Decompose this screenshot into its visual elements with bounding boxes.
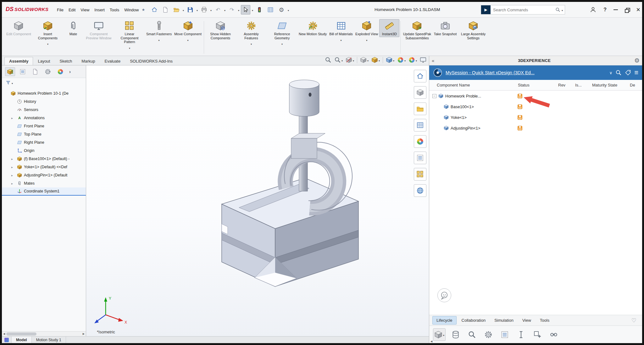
menu-tools[interactable]: Tools <box>108 6 121 14</box>
print-dropdown-icon[interactable] <box>210 7 212 13</box>
tree-item-coordinate-system1[interactable]: Coordinate System1 <box>2 187 86 196</box>
search-dropdown-icon[interactable] <box>562 7 563 13</box>
tree-item-adjustingpin[interactable]: AdjustingPin<1> (Default <box>2 171 86 179</box>
tab-markup[interactable]: Markup <box>77 57 100 65</box>
menu-view[interactable]: View <box>78 6 92 14</box>
tab-lifecycle[interactable]: Lifecycle <box>432 316 457 325</box>
tree-item-right-plane[interactable]: Right Plane <box>2 138 86 147</box>
displaymanager-tab[interactable] <box>55 67 65 76</box>
comments-chat-button[interactable] <box>437 288 451 302</box>
hamburger-menu-icon[interactable] <box>634 69 638 77</box>
expand-arrow-icon[interactable] <box>11 165 13 169</box>
configuration-icon[interactable] <box>4 338 9 342</box>
design-library-button[interactable] <box>414 86 426 99</box>
select-dropdown-icon[interactable] <box>252 7 253 13</box>
tree-item-base100[interactable]: (f) Base100<1> (Default) - <box>2 155 86 163</box>
featuremanager-tree-tab[interactable] <box>5 67 15 76</box>
open-dropdown-icon[interactable] <box>183 7 184 13</box>
menu-file[interactable]: File <box>55 6 66 14</box>
tab-view[interactable]: View <box>519 316 535 324</box>
save-dropdown-icon[interactable] <box>197 7 198 13</box>
session-dropdown-icon[interactable] <box>609 70 613 75</box>
move-component-button[interactable]: Move Component <box>173 19 203 43</box>
options-button[interactable] <box>277 5 286 14</box>
3dexperience-compass-icon[interactable] <box>433 68 442 77</box>
database-status-button[interactable] <box>449 328 462 341</box>
assembly-3d-model[interactable] <box>86 65 429 336</box>
filter-funnel-icon[interactable] <box>6 80 11 85</box>
view-orientation-dropdown-icon[interactable] <box>393 57 394 63</box>
display-style-button[interactable] <box>360 57 369 63</box>
display-style-dropdown-icon[interactable] <box>367 57 369 63</box>
tab-tools[interactable]: Tools <box>536 316 553 324</box>
tree-item-sensors[interactable]: Sensors <box>2 106 86 114</box>
panel-settings-icon[interactable] <box>634 57 640 64</box>
restore-button[interactable] <box>625 8 629 12</box>
tab-model[interactable]: Model <box>11 337 32 343</box>
insert-components-dropdown-icon[interactable] <box>47 41 48 46</box>
3dexperience-marketplace-button[interactable] <box>414 184 426 197</box>
tag-icon[interactable] <box>625 70 631 76</box>
home-tab-button[interactable] <box>414 70 426 82</box>
zoom-dropdown-icon[interactable] <box>341 57 343 63</box>
save-button[interactable] <box>186 5 195 14</box>
options-dropdown-icon[interactable] <box>288 7 289 13</box>
column-component-name[interactable]: Component Name <box>429 83 515 87</box>
structure-list-button[interactable] <box>498 328 511 341</box>
menu-edit[interactable]: Edit <box>66 6 78 14</box>
link-components-button[interactable] <box>547 328 560 341</box>
forum-button[interactable] <box>414 168 426 181</box>
linear-component-pattern-button[interactable]: Linear Component Pattern <box>114 19 145 51</box>
collapse-panel-icon[interactable] <box>432 58 434 63</box>
dimxpertmanager-tab[interactable] <box>43 67 53 76</box>
close-button[interactable] <box>636 6 640 14</box>
large-assembly-settings-button[interactable]: Large Assembly Settings <box>458 19 489 41</box>
scroll-left-icon[interactable] <box>3 332 5 335</box>
apply-scene-button[interactable] <box>408 57 417 63</box>
table-row-assembly[interactable]: Homework Proble... <box>429 91 642 101</box>
bom-dropdown-icon[interactable] <box>341 37 342 42</box>
bill-of-materials-button[interactable]: Bill of Materials <box>328 19 354 43</box>
tree-item-assembly-root[interactable]: Homework Problem 10-1 (De <box>2 89 86 97</box>
column-is[interactable]: Is... <box>572 83 589 87</box>
section-view-button[interactable] <box>346 57 354 63</box>
custom-properties-button[interactable] <box>414 152 426 164</box>
graphics-viewport[interactable]: Y X *Isometric <box>86 65 429 336</box>
reference-geometry-dropdown-icon[interactable] <box>281 41 283 46</box>
filter-dropdown-icon[interactable] <box>12 80 13 86</box>
undo-button[interactable] <box>213 5 223 14</box>
column-rev[interactable]: Rev <box>555 83 572 87</box>
exploded-view-button[interactable]: Exploded View <box>354 19 380 43</box>
hide-show-items-button[interactable] <box>371 57 380 63</box>
linear-pattern-dropdown-icon[interactable] <box>129 45 130 50</box>
zoom-fit-button[interactable] <box>325 57 331 63</box>
file-explorer-button[interactable] <box>414 103 426 115</box>
new-motion-study-button[interactable]: New Motion Study <box>297 19 328 37</box>
view-palette-button[interactable] <box>414 119 426 131</box>
column-maturity-state[interactable]: Maturity State <box>589 83 627 87</box>
home-button[interactable] <box>150 5 159 14</box>
propertymanager-tab[interactable] <box>18 67 28 76</box>
minimize-button[interactable] <box>613 9 618 10</box>
section-dropdown-icon[interactable] <box>353 57 354 63</box>
new-revision-button[interactable] <box>531 328 544 341</box>
assembly-features-button[interactable]: Assembly Features <box>236 19 267 47</box>
menu-window[interactable]: Window <box>122 6 141 14</box>
collapse-row-icon[interactable] <box>432 94 436 98</box>
tab-evaluate[interactable]: Evaluate <box>100 57 125 65</box>
expand-arrow-icon[interactable] <box>11 116 13 120</box>
hide-show-dropdown-icon[interactable] <box>379 57 380 63</box>
rebuild-button[interactable] <box>255 5 264 14</box>
explore-search-button[interactable] <box>466 328 478 341</box>
zoom-area-button[interactable] <box>334 57 343 63</box>
expand-arrow-icon[interactable] <box>11 173 13 177</box>
edit-appearance-button[interactable] <box>397 57 406 63</box>
tab-sketch[interactable]: Sketch <box>55 57 77 65</box>
session-title[interactable]: MySession - Quick Start xDesign (3DX Ed.… <box>446 70 606 75</box>
open-button[interactable] <box>172 5 181 14</box>
tab-assembly[interactable]: Assembly <box>4 57 33 65</box>
scroll-right-icon[interactable] <box>83 332 85 335</box>
help-icon[interactable] <box>603 7 607 13</box>
select-mode-dropdown-icon[interactable] <box>443 332 444 337</box>
new-document-button[interactable] <box>161 5 170 14</box>
